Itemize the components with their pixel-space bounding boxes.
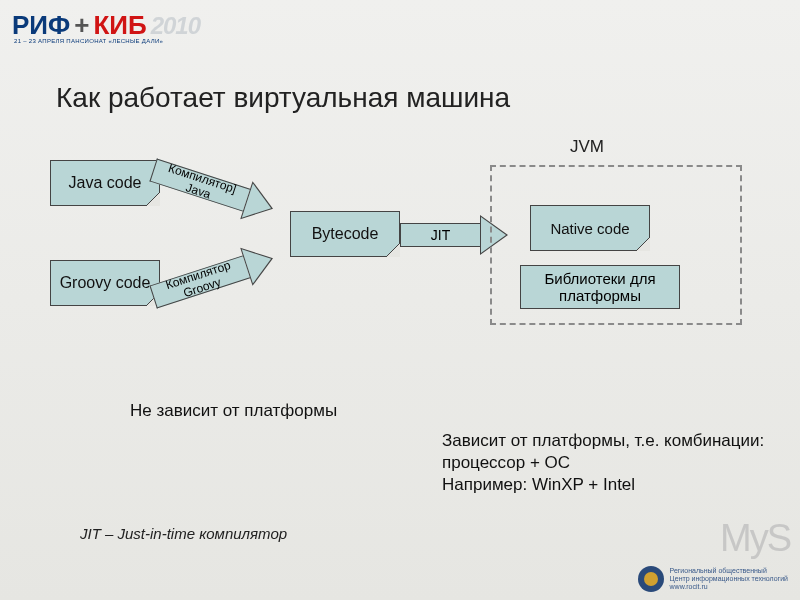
platform-libs-box: Библиотеки для платформы [520,265,680,309]
logo-text-kib: КИБ [93,10,146,41]
groovy-code-box: Groovy code [50,260,160,306]
note-dependent: Зависит от платформы, т.е. комбинации: п… [442,430,800,496]
logo-year: 2010 [151,12,200,40]
event-logo: РИФ + КИБ 2010 [12,10,200,41]
logo-text-rif: РИФ [12,10,70,41]
logo-plus-icon: + [74,10,89,41]
watermark: MyS [720,517,790,560]
footer-org-text: Региональный общественный Центр информац… [670,567,788,590]
logo-subtitle: 21 – 23 АПРЕЛЯ ПАНСИОНАТ «ЛЕСНЫЕ ДАЛИ» [14,38,163,44]
note-independent: Не зависит от платформы [130,400,337,422]
footer-org-logo: Региональный общественный Центр информац… [638,566,788,592]
slide-title: Как работает виртуальная машина [56,82,510,114]
jvm-label: JVM [570,137,604,157]
vm-diagram: Java code Groovy code Компилятор] Java К… [40,145,760,405]
compiler-groovy-label: Компилятор Groovy [149,255,250,308]
native-code-box: Native code [530,205,650,251]
rocit-icon [638,566,664,592]
arrow-java-compiler: Компилятор] Java [147,151,283,229]
jit-footnote: JIT – Just-in-time компилятор [80,525,287,542]
compiler-java-label: Компилятор] Java [149,159,250,212]
java-code-box: Java code [50,160,160,206]
arrow-groovy-compiler: Компилятор Groovy [147,238,283,316]
jit-label: JIT [400,223,480,247]
bytecode-box: Bytecode [290,211,400,257]
